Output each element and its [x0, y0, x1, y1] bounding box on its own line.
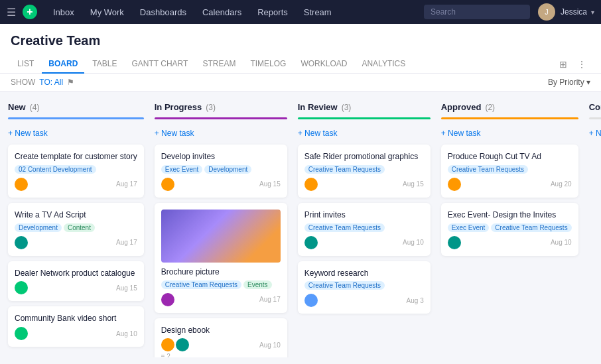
card-date: Aug 15	[259, 180, 281, 188]
avatar	[161, 178, 174, 191]
card-tag[interactable]: Development	[15, 223, 62, 232]
card-tag[interactable]: Creative Team Requests	[304, 165, 385, 174]
task-card[interactable]: Produce Rough Cut TV AdCreative Team Req…	[441, 145, 578, 198]
column-line	[8, 117, 144, 119]
board: New(4)+ New taskCreate template for cust…	[0, 91, 601, 357]
tabs-row: LIST BOARD TABLE GANTT CHART STREAM TIME…	[11, 55, 590, 73]
card-tag[interactable]: 02 Content Development	[15, 165, 96, 174]
card-tags: 02 Content Development	[15, 165, 137, 174]
view-options-icon[interactable]: ⊞	[555, 56, 572, 73]
card-footer: Aug 17	[15, 178, 137, 191]
task-card[interactable]: Safe Rider promotional graphicsCreative …	[298, 145, 431, 198]
column-title: Completed	[589, 102, 601, 112]
avatar[interactable]: J	[538, 3, 555, 21]
task-card[interactable]: Brochure pictureCreative Team RequestsEv…	[155, 203, 287, 313]
task-card[interactable]: Design ebook Aug 10 ≡ 2	[155, 318, 287, 357]
column-header-new: New(4)	[8, 102, 144, 112]
task-card[interactable]: Dealer Network product catalogue Aug 15	[8, 261, 144, 302]
new-task-button-new[interactable]: + New task	[8, 125, 144, 142]
avatar	[161, 338, 174, 351]
column-title: In Progress	[155, 102, 202, 112]
card-date: Aug 10	[551, 239, 572, 246]
column-header-inprogress: In Progress(3)	[155, 102, 287, 112]
avatar	[448, 236, 461, 249]
nav-reports[interactable]: Reports	[251, 5, 295, 20]
card-tag[interactable]: Content	[64, 223, 95, 232]
show-value[interactable]: TO: All	[39, 78, 63, 87]
card-tag[interactable]: Creative Team Requests	[448, 165, 528, 174]
avatar	[304, 294, 318, 307]
card-date: Aug 10	[403, 239, 424, 246]
card-tags: Creative Team Requests	[448, 165, 572, 174]
card-title: Write a TV Ad Script	[15, 210, 137, 221]
search-input[interactable]	[424, 5, 530, 19]
new-task-button-approved[interactable]: + New task	[441, 125, 578, 142]
card-tags: Creative Team Requests	[304, 223, 424, 232]
task-card[interactable]: Print invitesCreative Team Requests Aug …	[298, 203, 431, 256]
task-card[interactable]: Keyword researchCreative Team Requests A…	[298, 261, 431, 314]
more-options-icon[interactable]: ⋮	[573, 56, 590, 73]
card-tag[interactable]: Creative Team Requests	[491, 223, 571, 232]
nav-mywork[interactable]: My Work	[84, 5, 131, 20]
card-date: Aug 17	[116, 180, 137, 188]
card-tag[interactable]: Creative Team Requests	[304, 281, 385, 290]
card-tags: Creative Team RequestsEvents	[161, 280, 281, 289]
card-date: Aug 17	[116, 239, 137, 246]
nav-inbox[interactable]: Inbox	[46, 5, 81, 20]
card-avatars	[304, 178, 318, 191]
card-tag[interactable]: Exec Event	[448, 223, 490, 232]
card-tag[interactable]: Events	[243, 280, 272, 289]
tab-stream[interactable]: STREAM	[196, 55, 242, 74]
card-date: Aug 3	[407, 297, 424, 304]
card-title: Brochure picture	[161, 267, 281, 278]
card-tag[interactable]: Creative Team Requests	[304, 223, 385, 232]
card-title: Create template for customer story	[15, 151, 137, 162]
card-title: Community Bank video short	[15, 313, 137, 324]
card-tag[interactable]: Creative Team Requests	[161, 280, 241, 289]
column-completed: Completed+ New task	[589, 102, 601, 347]
new-task-button-completed[interactable]: + New task	[589, 125, 601, 142]
tab-gantt[interactable]: GANTT CHART	[125, 55, 194, 74]
filter-icon[interactable]: ⚑	[67, 78, 74, 87]
task-card[interactable]: Create template for customer story02 Con…	[8, 145, 144, 198]
card-tag[interactable]: Development	[204, 165, 251, 174]
card-tags: DevelopmentContent	[15, 223, 137, 232]
tab-list[interactable]: LIST	[11, 55, 40, 74]
new-task-button-inprogress[interactable]: + New task	[155, 125, 287, 142]
task-card[interactable]: Write a TV Ad ScriptDevelopmentContent A…	[8, 203, 144, 256]
column-line	[441, 117, 578, 119]
avatar	[161, 293, 174, 306]
task-card[interactable]: Community Bank video short Aug 10	[8, 306, 144, 347]
card-title: Safe Rider promotional graphics	[304, 151, 424, 162]
page-header: Creative Team LIST BOARD TABLE GANTT CHA…	[0, 24, 601, 74]
card-tag[interactable]: Exec Event	[161, 165, 203, 174]
new-task-button-inreview[interactable]: + New task	[298, 125, 431, 142]
nav-dashboards[interactable]: Dashboards	[133, 5, 193, 20]
tab-table[interactable]: TABLE	[86, 55, 123, 74]
card-date: Aug 15	[403, 180, 424, 188]
card-footer: Aug 20	[448, 178, 572, 191]
avatar	[15, 236, 28, 249]
card-avatars	[15, 178, 28, 191]
task-card[interactable]: Develop invitesExec EventDevelopment Aug…	[155, 145, 287, 198]
card-date: Aug 10	[259, 341, 281, 349]
card-avatars	[161, 178, 174, 191]
card-title: Print invites	[304, 210, 424, 221]
column-line	[155, 117, 287, 119]
tab-workload[interactable]: WORKLOAD	[294, 55, 354, 74]
tab-board[interactable]: BOARD	[42, 55, 84, 74]
user-dropdown-icon[interactable]: ▾	[591, 9, 594, 16]
tab-analytics[interactable]: ANALYTICS	[355, 55, 412, 74]
nav-calendars[interactable]: Calendars	[196, 5, 248, 20]
create-button[interactable]: +	[23, 5, 37, 19]
task-card[interactable]: Exec Event- Design the InvitesExec Event…	[441, 203, 578, 256]
tab-timelog[interactable]: TIMELOG	[243, 55, 293, 74]
subheader: SHOW TO: All ⚑ By Priority ▾	[0, 74, 601, 91]
sort-button[interactable]: By Priority ▾	[548, 78, 590, 87]
avatar	[304, 178, 318, 191]
card-avatars	[15, 281, 28, 294]
card-date: Aug 17	[259, 296, 281, 303]
nav-stream[interactable]: Stream	[297, 5, 338, 20]
card-footer: Aug 10	[304, 236, 424, 249]
menu-icon[interactable]: ☰	[7, 6, 16, 19]
